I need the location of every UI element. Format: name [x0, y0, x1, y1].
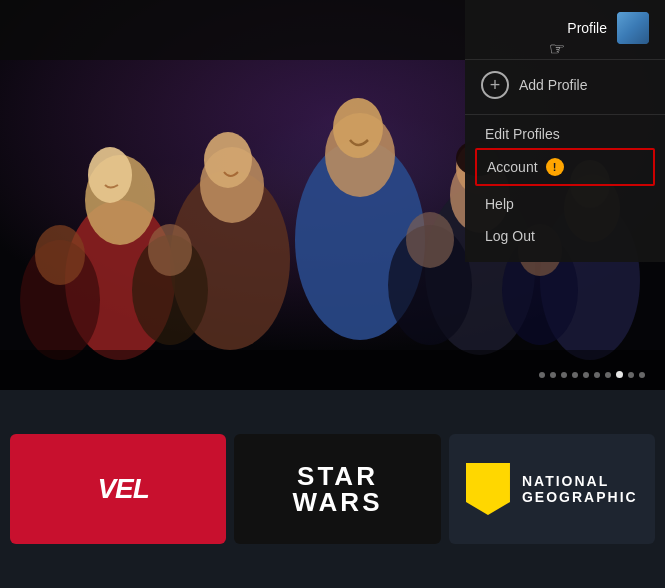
- svg-point-3: [88, 147, 132, 203]
- svg-point-22: [406, 212, 454, 268]
- logout-item[interactable]: Log Out: [465, 220, 665, 252]
- dot-10: [639, 372, 645, 378]
- marvel-text: VEL: [97, 473, 148, 505]
- add-profile-label: Add Profile: [519, 77, 587, 93]
- dot-7: [605, 372, 611, 378]
- natgeo-logo: [466, 463, 510, 515]
- plus-symbol: +: [490, 75, 501, 96]
- profile-label: Profile: [567, 20, 607, 36]
- dot-8-active: [616, 371, 623, 378]
- svg-point-9: [333, 98, 383, 158]
- help-item[interactable]: Help: [465, 188, 665, 220]
- divider-2: [465, 114, 665, 115]
- plus-icon: +: [481, 71, 509, 99]
- svg-point-20: [148, 224, 192, 276]
- marvel-brand-card[interactable]: VEL: [10, 434, 226, 544]
- natgeo-brand-card[interactable]: NATIONAL GEOGRAPHIC: [449, 434, 655, 544]
- divider-1: [465, 59, 665, 60]
- help-label: Help: [485, 196, 514, 212]
- avatar: [617, 12, 649, 44]
- starwars-line1: STAR: [297, 463, 378, 489]
- header-overlay: [0, 0, 490, 60]
- brand-strip: VEL STAR WARS NATIONAL GEOGRAPHIC: [0, 390, 665, 588]
- dot-6: [594, 372, 600, 378]
- dot-1: [539, 372, 545, 378]
- starwars-line2: WARS: [292, 489, 382, 515]
- dot-5: [583, 372, 589, 378]
- dot-4: [572, 372, 578, 378]
- logout-label: Log Out: [485, 228, 535, 244]
- add-profile-button[interactable]: + Add Profile: [465, 65, 665, 109]
- starwars-brand-card[interactable]: STAR WARS: [234, 434, 440, 544]
- svg-point-18: [35, 225, 85, 285]
- profile-dropdown: Profile ☞ + Add Profile Edit Profiles Ac…: [465, 0, 665, 262]
- avatar-image: [617, 12, 649, 44]
- edit-profiles-label: Edit Profiles: [485, 126, 560, 142]
- hero-dots-container: [539, 371, 645, 378]
- profile-header[interactable]: Profile: [465, 0, 665, 54]
- account-label: Account: [487, 159, 538, 175]
- natgeo-text-block: NATIONAL GEOGRAPHIC: [522, 473, 638, 505]
- dot-2: [550, 372, 556, 378]
- warning-icon: !: [546, 158, 564, 176]
- svg-point-6: [204, 132, 252, 188]
- warning-symbol: !: [553, 161, 557, 173]
- edit-profiles-item[interactable]: Edit Profiles: [465, 120, 665, 146]
- dot-3: [561, 372, 567, 378]
- main-content: VEL STAR WARS NATIONAL GEOGRAPHIC Profil…: [0, 0, 665, 588]
- svg-rect-25: [0, 350, 665, 390]
- account-item[interactable]: Account !: [475, 148, 655, 186]
- natgeo-yellow-box: [466, 463, 510, 515]
- natgeo-line1: NATIONAL: [522, 473, 638, 489]
- natgeo-line2: GEOGRAPHIC: [522, 489, 638, 505]
- dot-9: [628, 372, 634, 378]
